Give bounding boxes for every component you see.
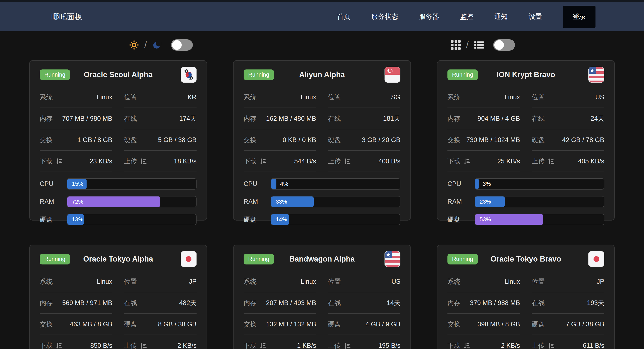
nav-item[interactable]: 服务状态 [371, 12, 398, 21]
progress-track: 33% [271, 196, 400, 207]
disk-bar-row: 硬盘 53% [448, 214, 604, 225]
info-label: 在线 [328, 298, 341, 307]
net-upload-value: 2 KB/s [178, 342, 196, 349]
info-label: 硬盘 [124, 320, 137, 329]
upload-icon [548, 158, 554, 165]
info-label: 内存 [448, 114, 460, 123]
info-label: 内存 [244, 298, 256, 307]
net-download-label: 下载 [448, 341, 460, 349]
progress-fill [475, 179, 479, 189]
info-label: 系统 [244, 93, 256, 102]
info-value: 162 MB / 480 MB [266, 115, 316, 122]
info-row-os: 系统 Linux [448, 271, 520, 292]
bar-label: RAM [244, 198, 271, 205]
bar-label: CPU [40, 180, 67, 188]
net-download-value: 544 B/s [294, 158, 316, 165]
info-row-location: 位置 JP [124, 271, 196, 292]
usage-bars: CPU 4% RAM 33% 硬盘 14% [244, 178, 400, 225]
progress-fill: 23% [475, 196, 505, 207]
info-row-memory: 内存 207 MB / 493 MB [244, 292, 316, 314]
info-value: 707 MB / 980 MB [62, 115, 112, 122]
nav-item[interactable]: 监控 [460, 12, 474, 21]
card-header: Running ION Krypt Bravo [448, 67, 604, 83]
net-download-value: 25 KB/s [497, 158, 520, 165]
card-header: Running Oracle Seoul Alpha [40, 67, 196, 83]
info-row-location: 位置 SG [328, 87, 400, 108]
status-badge: Running [244, 254, 274, 264]
info-row-location: 位置 US [532, 87, 604, 108]
info-row-os: 系统 Linux [244, 87, 316, 108]
net-row-upload: 上传 405 KB/s [532, 151, 604, 172]
country-flag-icon [588, 67, 604, 83]
navbar: 哪吒面板 首页 服务状态 服务器 监控 通知 设置 登录 [0, 2, 644, 31]
download-icon [260, 158, 266, 165]
theme-switch-knob[interactable] [172, 40, 182, 50]
cpu-bar-row: CPU 15% [40, 178, 196, 190]
info-label: 位置 [124, 93, 137, 102]
download-icon [56, 342, 62, 349]
view-switch[interactable] [493, 39, 515, 51]
info-value: 8 GB / 38 GB [158, 320, 196, 328]
nav-item[interactable]: 服务器 [419, 12, 439, 21]
nav-item[interactable]: 通知 [494, 12, 508, 21]
info-row-disk: 硬盘 42 GB / 78 GB [532, 129, 604, 151]
net-row-upload: 上传 18 KB/s [124, 151, 196, 172]
bar-label: CPU [448, 180, 475, 188]
info-value: 207 MB / 493 MB [266, 299, 316, 307]
info-row-disk: 硬盘 4 GB / 9 GB [328, 314, 400, 335]
net-download-value: 23 KB/s [90, 158, 112, 165]
nav-item[interactable]: 首页 [337, 12, 350, 21]
info-label: 系统 [448, 277, 460, 286]
info-value: 132 MB / 132 MB [266, 320, 316, 328]
server-cards-grid: Running Oracle Seoul Alpha 系统 Linux 位置 K… [29, 60, 615, 349]
info-value: SG [391, 94, 400, 101]
info-row-swap: 交换 730 MB / 1024 MB [448, 129, 520, 151]
usage-bars: CPU 3% RAM 23% 硬盘 53% [448, 178, 604, 225]
theme-switch[interactable] [171, 39, 193, 51]
info-grid: 系统 Linux 位置 SG 内存 162 MB / 480 MB 在线 181… [244, 87, 400, 172]
nav-item[interactable]: 设置 [528, 12, 542, 21]
upload-icon [344, 342, 350, 349]
info-row-memory: 内存 707 MB / 980 MB [40, 108, 112, 129]
net-download-value: 2 KB/s [501, 342, 520, 349]
download-icon [260, 342, 266, 349]
info-label: 系统 [40, 277, 53, 286]
status-badge: Running [40, 254, 70, 264]
info-value: Linux [504, 94, 520, 101]
info-value: US [595, 94, 604, 101]
info-value: US [392, 278, 400, 285]
upload-icon [344, 158, 350, 165]
info-label: 系统 [448, 93, 460, 102]
login-button[interactable]: 登录 [563, 6, 596, 28]
net-upload-label: 上传 [532, 157, 545, 166]
info-value: 0 KB / 0 KB [283, 136, 316, 144]
info-grid: 系统 Linux 位置 US 内存 207 MB / 493 MB 在线 14天… [244, 271, 400, 349]
progress-fill: 14% [271, 214, 289, 225]
info-row-disk: 硬盘 5 GB / 38 GB [124, 129, 196, 151]
info-label: 系统 [244, 277, 256, 286]
info-label: 硬盘 [124, 136, 137, 144]
info-label: 硬盘 [328, 320, 341, 329]
disk-bar-row: 硬盘 14% [244, 214, 400, 225]
info-label: 位置 [124, 277, 137, 286]
country-flag-icon [384, 67, 400, 83]
card-header: Running Oracle Tokyo Bravo [448, 251, 604, 267]
info-value: 730 MB / 1024 MB [466, 136, 520, 144]
country-flag-icon [181, 67, 196, 83]
server-card: Running Oracle Tokyo Alpha 系统 Linux 位置 J… [29, 245, 207, 349]
info-value: 24天 [591, 114, 604, 123]
server-card: Running Oracle Seoul Alpha 系统 Linux 位置 K… [29, 60, 207, 220]
info-label: 硬盘 [532, 320, 545, 329]
net-upload-value: 611 B/s [583, 342, 604, 349]
info-row-os: 系统 Linux [40, 87, 112, 108]
net-download-label: 下载 [244, 341, 256, 349]
net-upload-value: 400 B/s [378, 158, 400, 165]
ram-bar-row: RAM 33% [244, 196, 400, 207]
info-label: 交换 [244, 136, 256, 144]
info-row-swap: 交换 1 GB / 8 GB [40, 129, 112, 151]
info-label: 在线 [532, 298, 545, 307]
info-value: 482天 [179, 298, 196, 307]
info-value: 181天 [383, 114, 400, 123]
view-switch-knob[interactable] [494, 40, 504, 50]
brand-title[interactable]: 哪吒面板 [52, 12, 82, 22]
